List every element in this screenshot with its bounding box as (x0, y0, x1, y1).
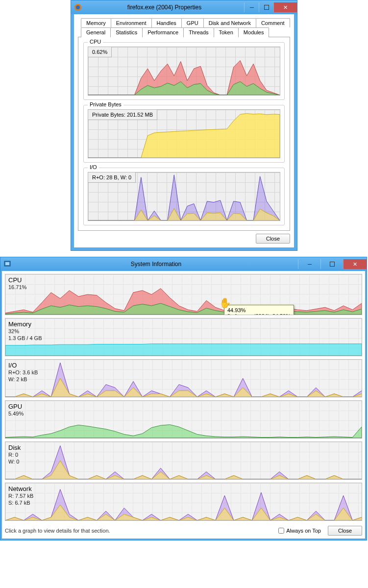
always-on-top-checkbox[interactable]: Always on Top (278, 528, 321, 534)
gpu-panel[interactable]: GPU 5.49% (5, 400, 362, 439)
memory-percent: 32% (8, 328, 42, 335)
tab-comment[interactable]: Comment (256, 18, 290, 27)
disk-panel[interactable]: Disk R: 0 W: 0 (5, 441, 362, 480)
close-window-button[interactable] (343, 259, 367, 269)
tab-statistics[interactable]: Statistics (110, 27, 143, 37)
private-bytes-group-legend: Private Bytes (88, 101, 123, 107)
performance-tab-content: CPU 0.62% Private Bytes Private Bytes: 2… (78, 37, 290, 231)
io-read: R+O: 3.6 kB (8, 369, 38, 376)
tab-handles[interactable]: Handles (151, 18, 182, 27)
maximize-button[interactable] (259, 2, 273, 12)
window-title: firefox.exe (2004) Properties (85, 4, 244, 11)
gpu-value: 5.49% (8, 411, 24, 417)
svg-rect-3 (5, 262, 9, 265)
cpu-heading: CPU (8, 276, 26, 284)
maximize-button[interactable] (320, 259, 343, 269)
private-bytes-graph[interactable]: Private Bytes: 201.52 MB (88, 109, 280, 158)
network-panel[interactable]: Network R: 7.57 kB S: 6.7 kB (5, 483, 362, 521)
window-title: System Information (14, 261, 298, 268)
disk-heading: Disk (8, 444, 21, 452)
svg-point-1 (76, 5, 80, 9)
always-on-top-label: Always on Top (286, 528, 321, 534)
gpu-heading: GPU (8, 403, 24, 411)
private-bytes-groupbox: Private Bytes Private Bytes: 201.52 MB (83, 105, 285, 163)
io-write: W: 2 kB (8, 376, 38, 383)
system-information-window: System Information CPU 16.71% ✋ 44.93% f… (0, 257, 367, 540)
dialog-body: Memory Environment Handles GPU Disk and … (71, 14, 297, 250)
tab-gpu[interactable]: GPU (181, 18, 204, 27)
dialog-footer: Close (78, 231, 290, 244)
io-stat: R+O: 28 B, W: 0 (88, 172, 136, 183)
dialog-body: CPU 16.71% ✋ 44.93% firefox.exe (2004): … (0, 271, 367, 540)
memory-heading: Memory (8, 320, 42, 328)
cpu-panel-label: CPU 16.71% (8, 276, 26, 291)
io-groupbox: I/O R+O: 28 B, W: 0 (83, 168, 285, 225)
tab-threads[interactable]: Threads (183, 27, 214, 37)
memory-panel-label: Memory 32% 1.3 GB / 4 GB (8, 320, 42, 342)
properties-window: firefox.exe (2004) Properties Memory Env… (71, 0, 297, 251)
io-panel[interactable]: I/O R+O: 3.6 kB W: 2 kB (5, 359, 362, 397)
app-icon (3, 260, 11, 268)
close-button[interactable]: Close (328, 526, 362, 536)
close-button[interactable]: Close (256, 234, 290, 244)
cpu-group-legend: CPU (88, 39, 103, 45)
disk-read: R: 0 (8, 452, 21, 459)
tab-environment[interactable]: Environment (111, 18, 152, 27)
tab-row-2: General Statistics Performance Threads T… (78, 27, 290, 37)
tab-token[interactable]: Token (214, 27, 239, 37)
window-controls (298, 259, 367, 269)
network-heading: Network (8, 485, 33, 493)
io-panel-label: I/O R+O: 3.6 kB W: 2 kB (8, 362, 38, 383)
tab-disk-network[interactable]: Disk and Network (203, 18, 256, 27)
private-bytes-stat: Private Bytes: 201.52 MB (88, 110, 157, 120)
tab-memory[interactable]: Memory (81, 18, 111, 27)
titlebar[interactable]: firefox.exe (2004) Properties (71, 0, 297, 14)
cpu-stat: 0.62% (88, 47, 112, 57)
tab-row-1: Memory Environment Handles GPU Disk and … (78, 18, 290, 27)
always-on-top-input[interactable] (278, 528, 284, 534)
dialog-footer: Click a graph to view details for that s… (5, 523, 362, 536)
memory-absolute: 1.3 GB / 4 GB (8, 335, 42, 342)
disk-write: W: 0 (8, 459, 21, 466)
network-send: S: 6.7 kB (8, 500, 33, 507)
footer-hint: Click a graph to view details for that s… (5, 528, 110, 534)
network-recv: R: 7.57 kB (8, 493, 33, 500)
cpu-panel[interactable]: CPU 16.71% ✋ 44.93% firefox.exe (2004): … (5, 274, 362, 315)
io-heading: I/O (8, 362, 38, 369)
close-window-button[interactable] (273, 2, 297, 12)
disk-panel-label: Disk R: 0 W: 0 (8, 444, 21, 466)
tab-general[interactable]: General (81, 27, 111, 37)
cpu-value: 16.71% (8, 284, 26, 291)
window-controls (244, 2, 297, 12)
gpu-panel-label: GPU 5.49% (8, 403, 24, 417)
memory-panel[interactable]: Memory 32% 1.3 GB / 4 GB (5, 318, 362, 356)
network-panel-label: Network R: 7.57 kB S: 6.7 kB (8, 485, 33, 507)
cpu-groupbox: CPU 0.62% (83, 42, 285, 100)
tab-modules[interactable]: Modules (238, 27, 270, 37)
cpu-graph[interactable]: 0.62% (88, 47, 280, 96)
io-graph[interactable]: R+O: 28 B, W: 0 (88, 172, 280, 221)
firefox-icon (74, 3, 82, 11)
tab-performance[interactable]: Performance (142, 27, 184, 37)
minimize-button[interactable] (298, 259, 320, 269)
minimize-button[interactable] (244, 2, 259, 12)
titlebar[interactable]: System Information (0, 257, 367, 271)
cursor-icon: ✋ (219, 297, 231, 309)
io-group-legend: I/O (88, 164, 99, 170)
cpu-tooltip: 44.93% firefox.exe (2004): 34.58% 2:48:2… (224, 305, 294, 315)
